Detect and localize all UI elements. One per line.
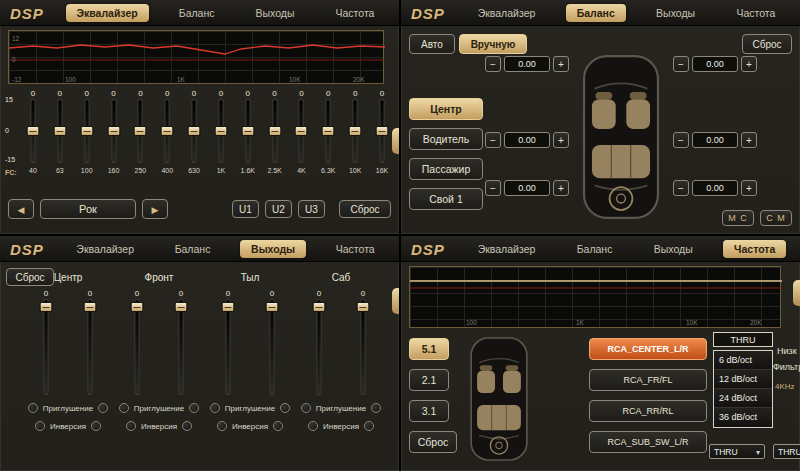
mc-button[interactable]: M C <box>722 210 754 226</box>
channel-config-button[interactable]: 5.1 <box>409 338 449 360</box>
eq-band-slider[interactable] <box>106 99 122 163</box>
eq-band-slider[interactable] <box>374 99 390 163</box>
invert-checkbox-left[interactable] <box>35 421 45 431</box>
output-level-slider[interactable] <box>264 299 280 395</box>
slider-handle[interactable] <box>322 126 335 136</box>
sub-slope-select-2[interactable]: THRU <box>773 444 800 459</box>
eq-band-slider[interactable] <box>240 99 256 163</box>
eq-band-slider[interactable] <box>293 99 309 163</box>
sub-slope-select[interactable]: THRU <box>709 444 765 459</box>
tab[interactable]: Выходы <box>643 240 704 258</box>
invert-checkbox-left[interactable] <box>308 421 318 431</box>
stepper-plus-button[interactable] <box>553 132 569 148</box>
output-level-slider[interactable] <box>220 299 236 395</box>
mute-checkbox-left[interactable] <box>301 403 311 413</box>
tab[interactable]: Баланс <box>566 240 624 258</box>
page-slide-handle[interactable] <box>392 288 399 314</box>
tab[interactable]: Баланс <box>164 240 222 258</box>
tab[interactable]: Баланс <box>566 4 626 22</box>
invert-checkbox-right[interactable] <box>182 421 192 431</box>
mute-checkbox-left[interactable] <box>210 403 220 413</box>
tab[interactable]: Эквалайзер <box>467 4 547 22</box>
mute-checkbox-right[interactable] <box>189 403 199 413</box>
slider-handle[interactable] <box>349 126 362 136</box>
mute-checkbox-right[interactable] <box>98 403 108 413</box>
slider-handle[interactable] <box>266 302 279 312</box>
slider-handle[interactable] <box>214 126 227 136</box>
eq-band-slider[interactable] <box>213 99 229 163</box>
stepper-plus-button[interactable] <box>741 180 757 196</box>
rca-channel-button[interactable]: RCA_CENTER_L/R <box>589 338 707 360</box>
memory-button[interactable]: U1 <box>232 200 259 218</box>
slope-option[interactable]: 36 dB/oct <box>714 408 772 427</box>
memory-button[interactable]: U3 <box>298 200 325 218</box>
output-level-slider[interactable] <box>173 299 189 395</box>
invert-checkbox-left[interactable] <box>217 421 227 431</box>
output-level-slider[interactable] <box>311 299 327 395</box>
tab[interactable]: Частота <box>325 4 386 22</box>
slider-handle[interactable] <box>375 126 388 136</box>
eq-band-slider[interactable] <box>132 99 148 163</box>
reset-button[interactable]: Сброс <box>339 200 391 218</box>
auto-mode-button[interactable]: Авто <box>409 34 455 54</box>
mute-checkbox-right[interactable] <box>280 403 290 413</box>
channel-config-button[interactable]: 2.1 <box>409 369 449 391</box>
listening-position-button[interactable]: Центр <box>409 98 483 120</box>
stepper-minus-button[interactable] <box>485 132 501 148</box>
tab[interactable]: Эквалайзер <box>66 4 149 22</box>
memory-button[interactable]: U2 <box>265 200 292 218</box>
eq-band-slider[interactable] <box>52 99 68 163</box>
eq-band-slider[interactable] <box>25 99 41 163</box>
tab[interactable]: Частота <box>723 240 786 258</box>
output-level-slider[interactable] <box>38 299 54 395</box>
listening-position-button[interactable]: Свой 1 <box>409 188 483 210</box>
slope-option[interactable]: 6 dB/oct <box>714 351 772 370</box>
reset-button[interactable]: Сброс <box>742 34 792 54</box>
eq-band-slider[interactable] <box>159 99 175 163</box>
slider-handle[interactable] <box>84 302 97 312</box>
slider-handle[interactable] <box>222 302 235 312</box>
slope-dropdown-selected[interactable]: THRU <box>713 332 773 347</box>
tab[interactable]: Эквалайзер <box>467 240 547 258</box>
slider-handle[interactable] <box>268 126 281 136</box>
eq-band-slider[interactable] <box>320 99 336 163</box>
slider-handle[interactable] <box>134 126 147 136</box>
stepper-minus-button[interactable] <box>485 56 501 72</box>
tab[interactable]: Частота <box>325 240 386 258</box>
preset-prev-button[interactable] <box>8 199 34 219</box>
rca-channel-button[interactable]: RCA_SUB_SW_L/R <box>589 431 707 453</box>
channel-config-button[interactable]: 3.1 <box>409 400 449 422</box>
mute-checkbox-left[interactable] <box>119 403 129 413</box>
tab[interactable]: Эквалайзер <box>65 240 145 258</box>
slider-handle[interactable] <box>241 126 254 136</box>
cm-button[interactable]: C M <box>760 210 792 226</box>
slider-handle[interactable] <box>40 302 53 312</box>
tab[interactable]: Выходы <box>245 4 306 22</box>
slider-handle[interactable] <box>295 126 308 136</box>
preset-next-button[interactable] <box>142 199 168 219</box>
stepper-plus-button[interactable] <box>741 132 757 148</box>
stepper-plus-button[interactable] <box>553 180 569 196</box>
stepper-plus-button[interactable] <box>553 56 569 72</box>
slope-option[interactable]: 24 dB/oct <box>714 389 772 408</box>
slider-handle[interactable] <box>80 126 93 136</box>
tab[interactable]: Частота <box>725 4 786 22</box>
output-level-slider[interactable] <box>355 299 371 395</box>
slider-handle[interactable] <box>131 302 144 312</box>
reset-button[interactable]: Сброс <box>409 431 457 453</box>
manual-mode-button[interactable]: Вручную <box>459 34 527 54</box>
stepper-minus-button[interactable] <box>485 180 501 196</box>
slider-handle[interactable] <box>175 302 188 312</box>
invert-checkbox-right[interactable] <box>364 421 374 431</box>
slider-handle[interactable] <box>313 302 326 312</box>
output-level-slider[interactable] <box>82 299 98 395</box>
rca-channel-button[interactable]: RCA_RR/RL <box>589 400 707 422</box>
slider-handle[interactable] <box>357 302 370 312</box>
page-slide-handle[interactable] <box>793 280 800 306</box>
page-slide-handle[interactable] <box>392 128 399 154</box>
eq-band-slider[interactable] <box>79 99 95 163</box>
tab[interactable]: Баланс <box>168 4 226 22</box>
eq-band-slider[interactable] <box>347 99 363 163</box>
slider-handle[interactable] <box>107 126 120 136</box>
preset-button[interactable]: Рок <box>40 199 136 219</box>
